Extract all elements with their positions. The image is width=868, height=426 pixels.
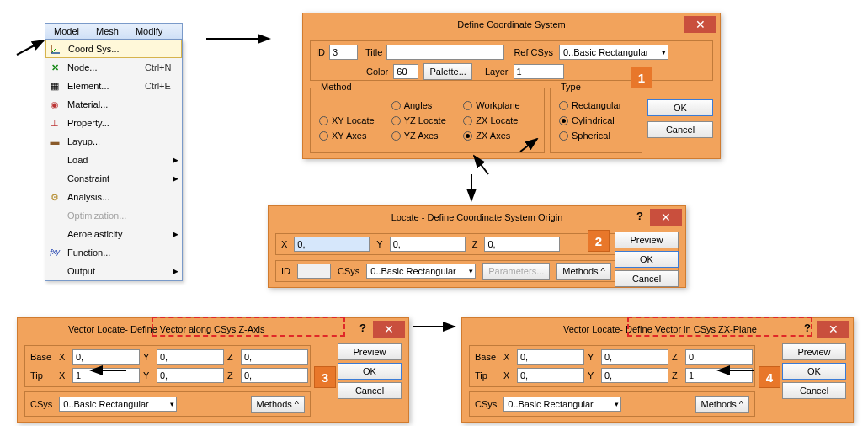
palette-button[interactable]: Palette... <box>423 63 471 80</box>
csys-combo[interactable]: 0..Basic Rectangular▾ <box>366 264 476 279</box>
close-button[interactable]: ✕ <box>817 321 849 338</box>
chevron-down-icon: ▾ <box>170 400 174 408</box>
menubar-item-mesh[interactable]: Mesh <box>88 24 127 38</box>
refcsys-combo[interactable]: 0..Basic Rectangular▾ <box>559 45 668 60</box>
tip-x-input[interactable] <box>72 368 140 383</box>
radio-zx-locate[interactable]: ZX Locate <box>463 115 525 125</box>
z-label: Z <box>672 370 682 381</box>
radio-yz-axes[interactable]: YZ Axes <box>391 130 454 141</box>
ok-button[interactable]: OK <box>338 363 402 380</box>
base-y-input[interactable] <box>157 349 224 365</box>
cancel-button[interactable]: Cancel <box>615 270 679 287</box>
preview-button[interactable]: Preview <box>782 343 846 360</box>
id-input[interactable] <box>329 45 358 60</box>
tip-y-input[interactable] <box>157 368 224 383</box>
menu-load[interactable]: Load ▶ <box>45 151 182 169</box>
radio-label: XY Locate <box>332 115 375 125</box>
tip-y-input[interactable] <box>601 368 668 383</box>
marker-4: 4 <box>759 366 780 388</box>
title-input[interactable] <box>386 45 504 60</box>
base-x-input[interactable] <box>517 349 584 365</box>
menu-coord-sys[interactable]: Coord Sys... <box>45 40 182 58</box>
menu-element[interactable]: ▦ Element... Ctrl+E <box>45 77 182 95</box>
axes-icon <box>48 43 63 55</box>
radio-label: YZ Locate <box>404 115 446 125</box>
property-icon: ⊥ <box>47 118 62 129</box>
id-label: ID <box>316 47 325 57</box>
menu-function[interactable]: fxy Function... <box>45 243 182 262</box>
x-input[interactable] <box>294 237 370 252</box>
chevron-right-icon: ▶ <box>173 230 178 238</box>
dialog-title-prefix: Vector Locate <box>563 324 620 334</box>
close-button[interactable]: ✕ <box>650 209 682 226</box>
tip-x-input[interactable] <box>517 368 584 383</box>
ok-button[interactable]: OK <box>615 251 679 268</box>
layer-input[interactable] <box>514 64 564 79</box>
function-icon: fxy <box>47 248 62 258</box>
close-button[interactable]: ✕ <box>373 321 405 338</box>
methods-button[interactable]: Methods ^ <box>251 396 305 413</box>
menu-layup[interactable]: ▬ Layup... <box>45 132 182 151</box>
cancel-button[interactable]: Cancel <box>647 121 713 138</box>
base-z-input[interactable] <box>241 349 308 365</box>
z-label: Z <box>227 370 237 381</box>
menu-shortcut: Ctrl+N <box>145 62 178 72</box>
base-z-input[interactable] <box>685 349 753 365</box>
tip-label: Tip <box>475 370 500 381</box>
radio-rectangular[interactable]: Rectangular <box>559 100 623 110</box>
x-label: X <box>59 370 69 381</box>
methods-button[interactable]: Methods ^ <box>556 263 610 280</box>
menubar[interactable]: Model Mesh Modify <box>45 23 183 40</box>
methods-button[interactable]: Methods ^ <box>695 396 749 413</box>
color-input[interactable] <box>393 64 418 79</box>
menu-label: Aeroelasticity <box>67 229 168 239</box>
tip-z-input[interactable] <box>241 368 308 383</box>
radio-zx-axes[interactable]: ZX Axes <box>463 130 525 141</box>
menu-material[interactable]: ◉ Material... <box>45 95 182 114</box>
menu-property[interactable]: ⊥ Property... <box>45 114 182 132</box>
csys-combo[interactable]: 0..Basic Rectangular▾ <box>59 397 177 412</box>
cancel-button[interactable]: Cancel <box>338 382 402 399</box>
radio-label: Angles <box>404 100 433 110</box>
radio-yz-locate[interactable]: YZ Locate <box>391 115 454 125</box>
ok-button[interactable]: OK <box>647 99 713 116</box>
menu-analysis[interactable]: ⚙ Analysis... <box>45 188 182 206</box>
radio-label: XY Axes <box>332 130 366 141</box>
preview-button[interactable]: Preview <box>338 343 402 360</box>
base-x-input[interactable] <box>72 349 140 365</box>
tip-z-input[interactable] <box>685 368 753 383</box>
menu-node[interactable]: ✕ Node... Ctrl+N <box>45 58 182 77</box>
help-button[interactable]: ? <box>636 210 643 222</box>
menu-label: Constraint <box>67 173 168 184</box>
cancel-button[interactable]: Cancel <box>782 382 846 399</box>
ok-button[interactable]: OK <box>782 363 846 380</box>
preview-button[interactable]: Preview <box>615 232 679 248</box>
radio-angles[interactable]: Angles <box>391 100 454 110</box>
radio-workplane[interactable]: Workplane <box>463 100 525 110</box>
method-group-title: Method <box>317 82 355 92</box>
menu-output[interactable]: Output ▶ <box>45 262 182 280</box>
close-button[interactable]: ✕ <box>684 16 716 33</box>
menubar-item-modify[interactable]: Modify <box>127 24 171 38</box>
radio-xy-locate[interactable]: XY Locate <box>319 115 381 125</box>
help-button[interactable]: ? <box>359 322 366 334</box>
dialog-title-prefix: Vector Locate <box>68 324 125 334</box>
chevron-down-icon: ▾ <box>615 400 619 408</box>
radio-xy-axes[interactable]: XY Axes <box>319 130 381 141</box>
radio-spherical[interactable]: Spherical <box>559 130 623 141</box>
model-dropdown[interactable]: Coord Sys... ✕ Node... Ctrl+N ▦ Element.… <box>45 40 183 281</box>
base-y-input[interactable] <box>601 349 668 365</box>
csys-combo[interactable]: 0..Basic Rectangular▾ <box>503 397 621 412</box>
z-label: Z <box>672 352 682 362</box>
menu-aeroelasticity[interactable]: Aeroelasticity ▶ <box>45 225 182 243</box>
y-input[interactable] <box>390 237 466 252</box>
dialog-title: Locate - Define Coordinate System Origin… <box>269 206 685 228</box>
menubar-item-model[interactable]: Model <box>45 24 88 38</box>
z-input[interactable] <box>484 237 560 252</box>
base-label: Base <box>475 352 500 362</box>
radio-cylindrical[interactable]: Cylindrical <box>559 115 623 125</box>
menu-constraint[interactable]: Constraint ▶ <box>45 169 182 188</box>
chevron-right-icon: ▶ <box>173 174 178 183</box>
csys-label: CSys <box>475 399 497 409</box>
y-label: Y <box>588 352 598 362</box>
